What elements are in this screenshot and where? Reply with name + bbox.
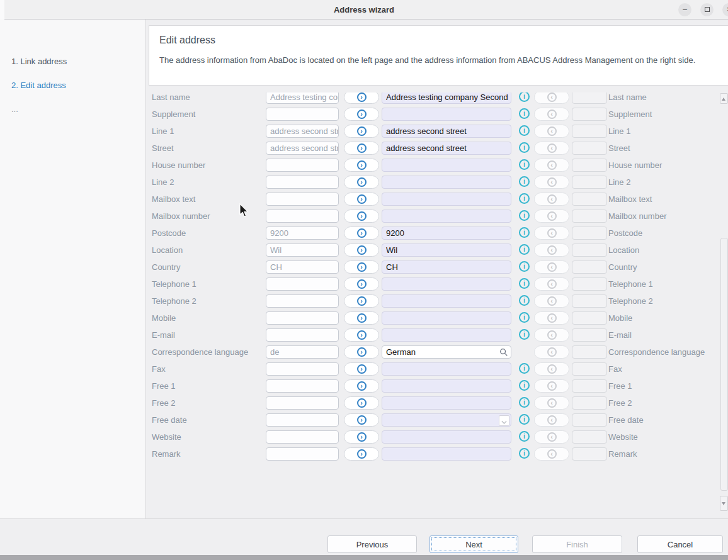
copy-right-button[interactable]: › bbox=[344, 142, 379, 155]
date-dropdown-button[interactable] bbox=[499, 415, 509, 426]
next-button[interactable]: Next bbox=[429, 535, 518, 553]
copy-right-button[interactable]: › bbox=[344, 92, 379, 104]
abacus-value-field[interactable] bbox=[382, 328, 511, 342]
abadoc-value-field[interactable] bbox=[266, 430, 339, 444]
abadoc-value-field[interactable]: address second street bbox=[266, 125, 339, 138]
abadoc-value-field[interactable]: de bbox=[266, 345, 339, 359]
abacus-value-field[interactable] bbox=[382, 447, 511, 461]
close-button[interactable]: × bbox=[722, 3, 728, 16]
abadoc-value-field[interactable] bbox=[266, 362, 339, 376]
maximize-button[interactable] bbox=[700, 3, 714, 16]
copy-right-button[interactable]: › bbox=[344, 108, 379, 121]
copy-right-button[interactable]: › bbox=[344, 413, 379, 427]
info-icon[interactable]: i bbox=[519, 210, 530, 221]
cancel-button[interactable]: Cancel bbox=[637, 535, 723, 553]
abadoc-value-field[interactable]: CH bbox=[266, 260, 339, 274]
info-icon[interactable]: i bbox=[519, 295, 530, 306]
abadoc-value-field[interactable] bbox=[266, 193, 339, 206]
scrollbar-down-button[interactable] bbox=[720, 496, 728, 511]
abadoc-value-field[interactable]: Address testing company Second bbox=[266, 92, 339, 104]
abacus-value-field[interactable]: 9200 bbox=[382, 227, 511, 240]
info-icon[interactable]: i bbox=[519, 278, 530, 289]
abadoc-value-field[interactable]: 9200 bbox=[266, 227, 339, 240]
scrollbar-thumb[interactable] bbox=[720, 238, 728, 491]
abadoc-value-field[interactable] bbox=[266, 328, 339, 342]
copy-right-button[interactable]: › bbox=[344, 379, 379, 393]
abacus-value-field[interactable] bbox=[382, 396, 511, 410]
copy-right-button[interactable]: › bbox=[344, 362, 379, 376]
abacus-value-field[interactable]: address second street bbox=[382, 125, 511, 138]
info-icon[interactable]: i bbox=[519, 92, 530, 102]
abacus-value-field[interactable]: Address testing company Second bbox=[382, 92, 511, 104]
abacus-value-field[interactable]: Wil bbox=[382, 244, 511, 257]
info-icon[interactable]: i bbox=[519, 397, 530, 408]
abacus-value-field[interactable] bbox=[382, 413, 511, 427]
info-icon[interactable]: i bbox=[519, 125, 530, 136]
sidebar-item-edit-address[interactable]: 2. Edit address bbox=[11, 81, 66, 90]
abadoc-value-field[interactable] bbox=[266, 396, 339, 410]
copy-right-button[interactable]: › bbox=[344, 328, 379, 342]
copy-right-button[interactable]: › bbox=[344, 294, 379, 308]
abadoc-value-field[interactable] bbox=[266, 311, 339, 325]
info-icon[interactable]: i bbox=[519, 363, 530, 374]
abacus-value-field[interactable] bbox=[382, 379, 511, 393]
info-icon[interactable]: i bbox=[519, 108, 530, 119]
copy-right-button[interactable]: › bbox=[344, 176, 379, 189]
abadoc-value-field[interactable] bbox=[266, 108, 339, 121]
copy-right-button[interactable]: › bbox=[344, 227, 379, 240]
abadoc-value-field[interactable] bbox=[266, 379, 339, 393]
abacus-value-field[interactable]: German bbox=[382, 345, 511, 359]
info-icon[interactable]: i bbox=[519, 261, 530, 272]
info-icon[interactable]: i bbox=[519, 159, 530, 170]
search-icon[interactable] bbox=[499, 348, 508, 357]
abadoc-value-field[interactable] bbox=[266, 294, 339, 308]
abadoc-value-field[interactable] bbox=[266, 176, 339, 189]
info-icon[interactable]: i bbox=[519, 193, 530, 204]
info-icon[interactable]: i bbox=[519, 414, 530, 425]
copy-right-button[interactable]: › bbox=[344, 260, 379, 274]
scrollbar-up-button[interactable] bbox=[720, 93, 728, 104]
info-icon[interactable]: i bbox=[519, 329, 530, 340]
previous-button[interactable]: Previous bbox=[327, 535, 417, 553]
info-icon[interactable]: i bbox=[519, 227, 530, 238]
copy-right-button[interactable]: › bbox=[344, 396, 379, 410]
abadoc-value-field[interactable] bbox=[266, 159, 339, 172]
info-icon[interactable]: i bbox=[519, 431, 530, 442]
copy-right-button[interactable]: › bbox=[344, 345, 379, 359]
info-icon[interactable]: i bbox=[519, 244, 530, 255]
abacus-value-field[interactable] bbox=[382, 193, 511, 206]
copy-right-button[interactable]: › bbox=[344, 311, 379, 325]
copy-right-button[interactable]: › bbox=[344, 430, 379, 444]
abacus-value-field[interactable] bbox=[382, 159, 511, 172]
info-icon[interactable]: i bbox=[519, 176, 530, 187]
abacus-value-field[interactable] bbox=[382, 430, 511, 444]
minimize-button[interactable]: – bbox=[678, 3, 691, 16]
abadoc-value-field[interactable] bbox=[266, 277, 339, 291]
abacus-value-field[interactable]: address second street bbox=[382, 142, 511, 155]
info-icon[interactable]: i bbox=[519, 380, 530, 391]
copy-right-button[interactable]: › bbox=[344, 159, 379, 172]
abadoc-value-field[interactable]: address second street bbox=[266, 142, 339, 155]
abacus-value-field[interactable] bbox=[382, 294, 511, 308]
copy-right-button[interactable]: › bbox=[344, 193, 379, 206]
copy-right-button[interactable]: › bbox=[344, 447, 379, 461]
abacus-value-field[interactable] bbox=[382, 277, 511, 291]
copy-right-button[interactable]: › bbox=[344, 244, 379, 257]
copy-right-button[interactable]: › bbox=[344, 277, 379, 291]
abadoc-value-field[interactable] bbox=[266, 447, 339, 461]
copy-right-button[interactable]: › bbox=[344, 125, 379, 138]
abadoc-value-field[interactable] bbox=[266, 413, 339, 427]
abadoc-value-field[interactable]: Wil bbox=[266, 244, 339, 257]
copy-right-button[interactable]: › bbox=[344, 210, 379, 223]
abacus-value-field[interactable] bbox=[382, 108, 511, 121]
abacus-value-field[interactable] bbox=[382, 176, 511, 189]
abacus-value-field[interactable] bbox=[382, 311, 511, 325]
info-icon[interactable]: i bbox=[519, 448, 530, 459]
abacus-value-field[interactable]: CH bbox=[382, 260, 511, 274]
sidebar-item-link-address[interactable]: 1. Link address bbox=[11, 57, 67, 66]
abadoc-value-field[interactable] bbox=[266, 210, 339, 223]
abacus-value-field[interactable] bbox=[382, 362, 511, 376]
info-icon[interactable]: i bbox=[519, 312, 530, 323]
info-icon[interactable]: i bbox=[519, 142, 530, 153]
abacus-value-field[interactable] bbox=[382, 210, 511, 223]
